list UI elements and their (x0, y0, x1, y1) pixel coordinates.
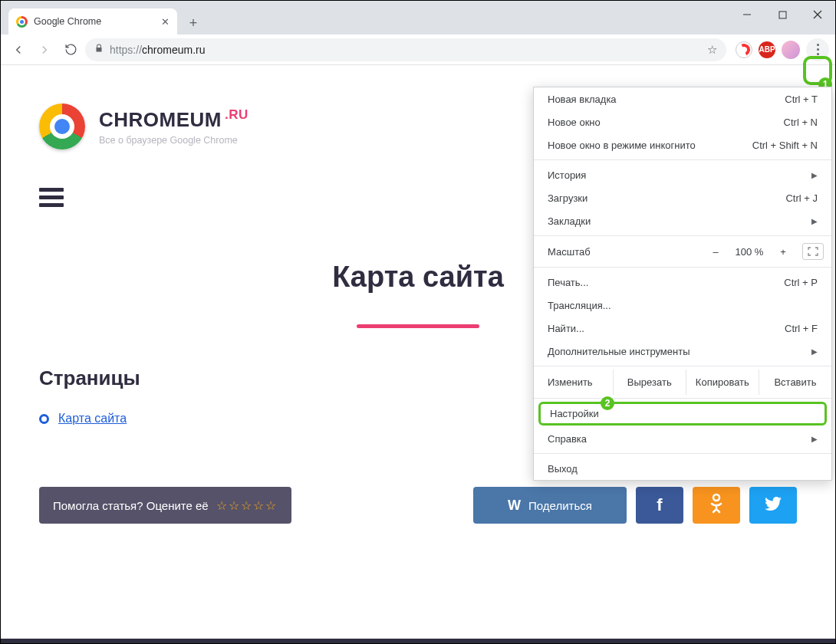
new-tab-button[interactable]: + (182, 12, 205, 34)
share-twitter-button[interactable] (749, 487, 797, 524)
chevron-right-icon: ▶ (811, 435, 818, 443)
menu-history[interactable]: История▶ (534, 163, 831, 186)
ok-icon (709, 492, 724, 518)
bullet-icon (39, 414, 49, 424)
share-ok-button[interactable] (693, 487, 740, 524)
svg-rect-1 (779, 12, 786, 18)
brand-tagline: Все о браузере Google Chrome (99, 135, 248, 146)
menu-edit-row: Изменить Вырезать Копировать Вставить (534, 370, 831, 395)
vk-icon: W (508, 498, 521, 514)
menu-downloads[interactable]: ЗагрузкиCtrl + J (534, 186, 831, 209)
toolbar-extensions: ABP (736, 38, 829, 61)
menu-separator (534, 235, 831, 236)
svg-point-4 (713, 495, 719, 501)
menu-exit[interactable]: Выход (534, 457, 831, 480)
menu-separator (534, 398, 831, 399)
adblock-extension-icon[interactable]: ABP (759, 41, 775, 58)
zoom-value: 100 % (729, 246, 770, 258)
share-label: Поделиться (528, 499, 592, 512)
tab-strip: Google Chrome ✕ + (1, 1, 835, 34)
rating-stars-icon[interactable]: ☆☆☆☆☆ (216, 498, 278, 513)
sitemap-link[interactable]: Карта сайта (58, 412, 127, 426)
menu-help[interactable]: Справка▶ (534, 427, 831, 450)
url-text: https://chromeum.ru (110, 44, 206, 56)
chrome-logo-icon (39, 104, 85, 150)
profile-avatar-icon[interactable] (782, 41, 800, 59)
reload-button[interactable] (59, 38, 82, 61)
address-bar[interactable]: https://chromeum.ru ☆ (85, 38, 726, 61)
chrome-main-menu: Новая вкладкаCtrl + T Новое окноCtrl + N… (533, 87, 832, 481)
footer-row: Помогла статья? Оцените её ☆☆☆☆☆ W Подел… (39, 487, 797, 524)
chevron-right-icon: ▶ (811, 171, 818, 179)
chevron-right-icon: ▶ (811, 217, 818, 225)
forward-button[interactable] (33, 38, 56, 61)
browser-tab[interactable]: Google Chrome ✕ (8, 8, 177, 34)
close-window-button[interactable] (800, 1, 835, 28)
page-footer-bar (1, 639, 835, 643)
menu-incognito[interactable]: Новое окно в режиме инкогнитоCtrl + Shif… (534, 133, 831, 156)
menu-more-tools[interactable]: Дополнительные инструменты▶ (534, 340, 831, 363)
menu-separator (534, 366, 831, 366)
menu-new-window[interactable]: Новое окноCtrl + N (534, 110, 831, 133)
rate-article-box[interactable]: Помогла статья? Оцените её ☆☆☆☆☆ (39, 487, 291, 524)
tab-title: Google Chrome (34, 16, 101, 27)
yandex-extension-icon[interactable] (736, 41, 752, 58)
zoom-in-button[interactable]: + (770, 246, 796, 258)
back-button[interactable] (7, 38, 30, 61)
menu-copy[interactable]: Копировать (686, 370, 759, 395)
menu-new-tab[interactable]: Новая вкладкаCtrl + T (534, 87, 831, 110)
menu-separator (534, 453, 831, 454)
site-menu-button[interactable] (39, 188, 64, 207)
rate-prompt: Помогла статья? Оцените её (53, 499, 209, 512)
bookmark-star-icon[interactable]: ☆ (707, 43, 717, 57)
menu-separator (534, 267, 831, 268)
minimize-button[interactable] (729, 1, 765, 28)
edit-label: Изменить (534, 370, 614, 395)
menu-paste[interactable]: Вставить (759, 370, 831, 395)
window-controls (729, 1, 835, 28)
tab-close-icon[interactable]: ✕ (161, 16, 170, 28)
menu-separator (534, 159, 831, 160)
menu-zoom: Масштаб – 100 % + (534, 239, 831, 264)
share-facebook-button[interactable]: f (636, 487, 683, 524)
twitter-icon (765, 497, 782, 514)
browser-toolbar: https://chromeum.ru ☆ ABP (1, 34, 835, 65)
menu-cut[interactable]: Вырезать (614, 370, 686, 395)
facebook-icon: f (657, 495, 662, 515)
chrome-menu-button[interactable] (806, 38, 829, 61)
fullscreen-button[interactable] (802, 243, 824, 260)
lock-icon (94, 43, 104, 56)
title-underline (357, 324, 479, 328)
share-vk-button[interactable]: W Поделиться (473, 487, 627, 524)
maximize-button[interactable] (765, 1, 800, 28)
zoom-label: Масштаб (548, 246, 703, 258)
zoom-out-button[interactable]: – (703, 246, 729, 258)
chrome-favicon-icon (16, 16, 28, 28)
brand-title: CHROMEUM.RU (99, 107, 248, 132)
menu-settings[interactable]: Настройки 2 (538, 402, 827, 426)
menu-print[interactable]: Печать...Ctrl + P (534, 271, 831, 294)
menu-find[interactable]: Найти...Ctrl + F (534, 317, 831, 340)
chevron-right-icon: ▶ (811, 347, 818, 356)
menu-bookmarks[interactable]: Закладки▶ (534, 209, 831, 232)
menu-cast[interactable]: Трансляция... (534, 294, 831, 317)
